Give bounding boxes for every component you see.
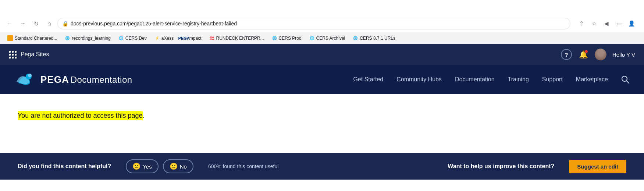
bookmark-cers-urls[interactable]: 🌐 CERS 8.7.1 URLs bbox=[349, 35, 398, 42]
improve-question: Want to help us improve this content? bbox=[448, 163, 554, 170]
forward-button[interactable]: → bbox=[18, 18, 28, 29]
nav-link-community-hubs[interactable]: Community Hubs bbox=[396, 76, 442, 83]
hello-greeting: Hello Y V bbox=[612, 52, 635, 58]
svg-point-2 bbox=[28, 74, 32, 77]
avatar-image bbox=[595, 49, 606, 60]
notification-badge bbox=[584, 50, 588, 53]
bookmark-label: impact bbox=[188, 36, 201, 41]
url-text: docs-previous.pega.com/pega0125-alert-se… bbox=[71, 21, 566, 26]
pega-wordmark: PEGA Documentation bbox=[40, 74, 132, 85]
feedback-buttons: 🙂 Yes 🙁 No bbox=[126, 159, 193, 173]
stats-text: 600% found this content useful bbox=[208, 163, 278, 169]
top-nav-left: Pega Sites bbox=[9, 51, 49, 58]
browser-action-buttons: ⇧ ☆ ◀ ▭ 👤 bbox=[573, 18, 640, 29]
bookmark-label: CERS 8.7.1 URLs bbox=[360, 36, 395, 41]
profile-button[interactable]: 👤 bbox=[626, 18, 637, 29]
main-navigation: PEGA Documentation Get Started Community… bbox=[0, 65, 644, 94]
no-label: No bbox=[180, 163, 187, 170]
site-name: Pega Sites bbox=[21, 51, 49, 58]
nav-link-training[interactable]: Training bbox=[508, 76, 529, 83]
top-nav-right: ? 🔔 Hello Y V bbox=[561, 49, 635, 60]
helpful-question: Did you find this content helpful? bbox=[18, 163, 111, 170]
frown-icon: 🙁 bbox=[170, 162, 178, 170]
pega-bold-text: PEGA bbox=[40, 74, 69, 85]
bookmark-button[interactable]: ☆ bbox=[589, 18, 599, 29]
nav-link-documentation[interactable]: Documentation bbox=[455, 76, 495, 83]
browser-controls-bar: ← → ↻ ⌂ 🔒 docs-previous.pega.com/pega012… bbox=[0, 15, 644, 32]
bookmark-standard-chartered[interactable]: Standard Chartered... bbox=[4, 35, 60, 42]
bookmark-cers-archival[interactable]: 🌐 CERS Archival bbox=[306, 35, 348, 42]
lock-icon: 🔒 bbox=[62, 21, 68, 26]
pega-doc-text: Documentation bbox=[71, 75, 132, 85]
top-navigation: Pega Sites ? 🔔 Hello Y V bbox=[0, 44, 644, 65]
bookmark-rundeck[interactable]: 🇦🇹 RUNDECK ENTERPR... bbox=[206, 35, 267, 42]
content-area: You are not authorized to access this pa… bbox=[0, 94, 644, 153]
back-button[interactable]: ← bbox=[4, 18, 15, 29]
bookmark-recordings[interactable]: 🌐 recordings_learning bbox=[61, 35, 113, 42]
svg-line-4 bbox=[627, 81, 629, 84]
nav-link-get-started[interactable]: Get Started bbox=[353, 76, 383, 83]
help-button[interactable]: ? bbox=[561, 49, 572, 60]
bookmark-favicon: 🇦🇹 bbox=[209, 35, 215, 41]
logo-area[interactable]: PEGA Documentation bbox=[15, 71, 132, 88]
bookmark-favicon: PEGA bbox=[181, 35, 187, 41]
no-button[interactable]: 🙁 No bbox=[163, 159, 193, 173]
reload-button[interactable]: ↻ bbox=[31, 18, 41, 29]
extensions-button[interactable]: ◀ bbox=[601, 18, 612, 29]
yes-label: Yes bbox=[143, 163, 152, 170]
bookmark-label: CERS Prod bbox=[279, 36, 302, 41]
browser-menu-button[interactable]: ▭ bbox=[614, 18, 624, 29]
avatar[interactable] bbox=[595, 49, 606, 60]
search-icon bbox=[621, 75, 629, 84]
bookmark-impact[interactable]: PEGA impact bbox=[178, 35, 204, 42]
pega-logo-icon bbox=[15, 71, 37, 88]
smile-icon: 🙂 bbox=[132, 162, 140, 170]
browser-chrome: ← → ↻ ⌂ 🔒 docs-previous.pega.com/pega012… bbox=[0, 0, 644, 44]
bookmark-label: RUNDECK ENTERPR... bbox=[216, 36, 264, 41]
footer-feedback-bar: Did you find this content helpful? 🙂 Yes… bbox=[0, 153, 644, 180]
share-button[interactable]: ⇧ bbox=[576, 18, 587, 29]
tab-bar bbox=[0, 0, 644, 15]
bookmark-cers-dev[interactable]: 🌐 CERS Dev bbox=[115, 35, 150, 42]
bookmark-favicon: 🌐 bbox=[271, 35, 277, 41]
bookmark-label: CERS Dev bbox=[125, 36, 147, 41]
bookmark-label: aXess bbox=[161, 36, 174, 41]
home-button[interactable]: ⌂ bbox=[44, 18, 54, 29]
bookmark-favicon bbox=[7, 35, 13, 41]
nav-link-marketplace[interactable]: Marketplace bbox=[576, 76, 608, 83]
bookmark-axess[interactable]: ⚡ aXess bbox=[151, 35, 177, 42]
bookmark-favicon: ⚡ bbox=[154, 35, 160, 41]
bookmark-favicon: 🌐 bbox=[64, 35, 70, 41]
unauthorized-message: You are not authorized to access this pa… bbox=[18, 112, 626, 120]
search-button[interactable] bbox=[621, 75, 629, 84]
unauthorized-text: You are not authorized to access this pa… bbox=[18, 111, 143, 120]
bookmarks-bar: Standard Chartered... 🌐 recordings_learn… bbox=[0, 32, 644, 44]
nav-link-support[interactable]: Support bbox=[542, 76, 563, 83]
notification-button[interactable]: 🔔 bbox=[578, 49, 589, 60]
bookmark-favicon: 🌐 bbox=[118, 35, 124, 41]
bookmark-favicon: 🌐 bbox=[352, 35, 358, 41]
bookmark-label: Standard Chartered... bbox=[15, 36, 57, 41]
suggest-edit-button[interactable]: Suggest an edit bbox=[569, 160, 626, 173]
main-nav-links: Get Started Community Hubs Documentation… bbox=[353, 75, 629, 84]
period: . bbox=[143, 113, 144, 119]
bookmark-label: recordings_learning bbox=[72, 36, 110, 41]
bookmark-favicon: 🌐 bbox=[309, 35, 315, 41]
bookmark-cers-prod[interactable]: 🌐 CERS Prod bbox=[268, 35, 305, 42]
address-bar[interactable]: 🔒 docs-previous.pega.com/pega0125-alert-… bbox=[57, 18, 570, 29]
yes-button[interactable]: 🙂 Yes bbox=[126, 159, 158, 173]
grid-menu-icon[interactable] bbox=[9, 51, 16, 58]
bookmark-label: CERS Archival bbox=[316, 36, 345, 41]
